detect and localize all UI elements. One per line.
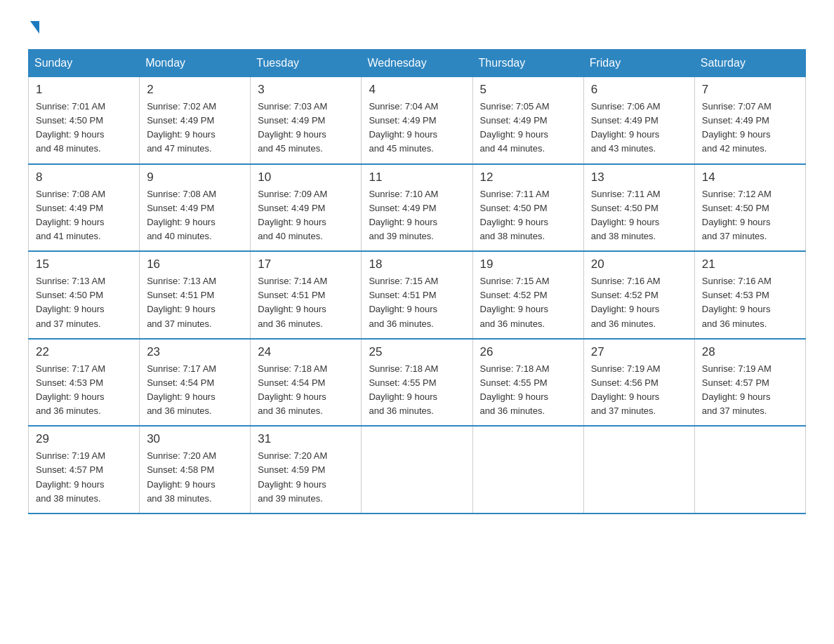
day-info: Sunrise: 7:17 AM Sunset: 4:53 PM Dayligh… — [36, 362, 132, 419]
calendar-header-row: SundayMondayTuesdayWednesdayThursdayFrid… — [29, 50, 806, 77]
calendar-cell: 7 Sunrise: 7:07 AM Sunset: 4:49 PM Dayli… — [694, 77, 805, 164]
day-number: 11 — [369, 170, 465, 185]
calendar-cell: 17 Sunrise: 7:14 AM Sunset: 4:51 PM Dayl… — [251, 251, 362, 339]
calendar-cell: 29 Sunrise: 7:19 AM Sunset: 4:57 PM Dayl… — [29, 426, 140, 514]
calendar-cell: 3 Sunrise: 7:03 AM Sunset: 4:49 PM Dayli… — [251, 77, 362, 164]
day-info: Sunrise: 7:13 AM Sunset: 4:51 PM Dayligh… — [147, 274, 243, 331]
day-number: 25 — [369, 345, 465, 359]
calendar-cell: 9 Sunrise: 7:08 AM Sunset: 4:49 PM Dayli… — [140, 164, 251, 252]
day-number: 19 — [480, 257, 576, 271]
calendar-cell — [694, 426, 805, 514]
day-number: 14 — [702, 170, 798, 185]
day-info: Sunrise: 7:01 AM Sunset: 4:50 PM Dayligh… — [36, 100, 132, 156]
page-header — [28, 21, 806, 35]
day-number: 23 — [147, 345, 243, 359]
calendar-cell: 8 Sunrise: 7:08 AM Sunset: 4:49 PM Dayli… — [29, 164, 140, 252]
day-info: Sunrise: 7:15 AM Sunset: 4:52 PM Dayligh… — [480, 274, 576, 331]
calendar-cell: 20 Sunrise: 7:16 AM Sunset: 4:52 PM Dayl… — [583, 251, 694, 339]
day-info: Sunrise: 7:03 AM Sunset: 4:49 PM Dayligh… — [258, 100, 354, 156]
calendar-cell: 21 Sunrise: 7:16 AM Sunset: 4:53 PM Dayl… — [694, 251, 805, 339]
calendar-cell: 27 Sunrise: 7:19 AM Sunset: 4:56 PM Dayl… — [583, 339, 694, 427]
logo — [28, 21, 39, 35]
day-number: 10 — [258, 170, 354, 185]
day-number: 8 — [36, 170, 132, 185]
day-info: Sunrise: 7:20 AM Sunset: 4:59 PM Dayligh… — [258, 449, 354, 506]
calendar-table: SundayMondayTuesdayWednesdayThursdayFrid… — [28, 49, 806, 514]
day-info: Sunrise: 7:18 AM Sunset: 4:55 PM Dayligh… — [369, 362, 465, 419]
day-info: Sunrise: 7:17 AM Sunset: 4:54 PM Dayligh… — [147, 362, 243, 419]
day-number: 20 — [591, 257, 687, 271]
calendar-cell — [583, 426, 694, 514]
day-number: 24 — [258, 345, 354, 359]
day-info: Sunrise: 7:16 AM Sunset: 4:52 PM Dayligh… — [591, 274, 687, 331]
calendar-cell: 10 Sunrise: 7:09 AM Sunset: 4:49 PM Dayl… — [251, 164, 362, 252]
day-info: Sunrise: 7:04 AM Sunset: 4:49 PM Dayligh… — [369, 100, 465, 156]
day-info: Sunrise: 7:06 AM Sunset: 4:49 PM Dayligh… — [591, 100, 687, 156]
day-info: Sunrise: 7:08 AM Sunset: 4:49 PM Dayligh… — [36, 187, 132, 244]
day-info: Sunrise: 7:11 AM Sunset: 4:50 PM Dayligh… — [591, 187, 687, 244]
day-number: 5 — [480, 83, 576, 97]
calendar-cell — [362, 426, 472, 514]
day-number: 1 — [36, 83, 132, 97]
day-number: 26 — [480, 345, 576, 359]
day-info: Sunrise: 7:19 AM Sunset: 4:57 PM Dayligh… — [702, 362, 798, 419]
day-info: Sunrise: 7:12 AM Sunset: 4:50 PM Dayligh… — [702, 187, 798, 244]
day-number: 13 — [591, 170, 687, 185]
calendar-cell: 23 Sunrise: 7:17 AM Sunset: 4:54 PM Dayl… — [140, 339, 251, 427]
day-info: Sunrise: 7:19 AM Sunset: 4:56 PM Dayligh… — [591, 362, 687, 419]
column-header-friday: Friday — [583, 50, 694, 77]
day-info: Sunrise: 7:18 AM Sunset: 4:55 PM Dayligh… — [480, 362, 576, 419]
calendar-cell: 22 Sunrise: 7:17 AM Sunset: 4:53 PM Dayl… — [29, 339, 140, 427]
calendar-cell: 28 Sunrise: 7:19 AM Sunset: 4:57 PM Dayl… — [694, 339, 805, 427]
day-number: 12 — [480, 170, 576, 185]
day-info: Sunrise: 7:16 AM Sunset: 4:53 PM Dayligh… — [702, 274, 798, 331]
logo-triangle-icon — [30, 21, 39, 34]
day-number: 16 — [147, 257, 243, 271]
calendar-cell: 6 Sunrise: 7:06 AM Sunset: 4:49 PM Dayli… — [583, 77, 694, 164]
day-number: 21 — [702, 257, 798, 271]
day-info: Sunrise: 7:13 AM Sunset: 4:50 PM Dayligh… — [36, 274, 132, 331]
day-number: 6 — [591, 83, 687, 97]
calendar-week-row: 8 Sunrise: 7:08 AM Sunset: 4:49 PM Dayli… — [29, 164, 806, 252]
column-header-monday: Monday — [140, 50, 251, 77]
day-info: Sunrise: 7:20 AM Sunset: 4:58 PM Dayligh… — [147, 449, 243, 506]
calendar-cell: 2 Sunrise: 7:02 AM Sunset: 4:49 PM Dayli… — [140, 77, 251, 164]
calendar-cell: 30 Sunrise: 7:20 AM Sunset: 4:58 PM Dayl… — [140, 426, 251, 514]
day-info: Sunrise: 7:11 AM Sunset: 4:50 PM Dayligh… — [480, 187, 576, 244]
calendar-cell: 15 Sunrise: 7:13 AM Sunset: 4:50 PM Dayl… — [29, 251, 140, 339]
day-info: Sunrise: 7:19 AM Sunset: 4:57 PM Dayligh… — [36, 449, 132, 506]
day-number: 7 — [702, 83, 798, 97]
calendar-week-row: 15 Sunrise: 7:13 AM Sunset: 4:50 PM Dayl… — [29, 251, 806, 339]
day-info: Sunrise: 7:02 AM Sunset: 4:49 PM Dayligh… — [147, 100, 243, 156]
calendar-week-row: 1 Sunrise: 7:01 AM Sunset: 4:50 PM Dayli… — [29, 77, 806, 164]
calendar-cell: 16 Sunrise: 7:13 AM Sunset: 4:51 PM Dayl… — [140, 251, 251, 339]
calendar-cell — [472, 426, 583, 514]
calendar-week-row: 29 Sunrise: 7:19 AM Sunset: 4:57 PM Dayl… — [29, 426, 806, 514]
calendar-cell: 13 Sunrise: 7:11 AM Sunset: 4:50 PM Dayl… — [583, 164, 694, 252]
calendar-cell: 12 Sunrise: 7:11 AM Sunset: 4:50 PM Dayl… — [472, 164, 583, 252]
day-number: 3 — [258, 83, 354, 97]
day-number: 29 — [36, 432, 132, 446]
day-number: 17 — [258, 257, 354, 271]
day-number: 31 — [258, 432, 354, 446]
calendar-cell: 14 Sunrise: 7:12 AM Sunset: 4:50 PM Dayl… — [694, 164, 805, 252]
day-info: Sunrise: 7:09 AM Sunset: 4:49 PM Dayligh… — [258, 187, 354, 244]
column-header-wednesday: Wednesday — [362, 50, 472, 77]
calendar-cell: 11 Sunrise: 7:10 AM Sunset: 4:49 PM Dayl… — [362, 164, 472, 252]
column-header-saturday: Saturday — [694, 50, 805, 77]
day-number: 2 — [147, 83, 243, 97]
calendar-cell: 18 Sunrise: 7:15 AM Sunset: 4:51 PM Dayl… — [362, 251, 472, 339]
day-number: 30 — [147, 432, 243, 446]
day-number: 22 — [36, 345, 132, 359]
column-header-sunday: Sunday — [29, 50, 140, 77]
calendar-cell: 31 Sunrise: 7:20 AM Sunset: 4:59 PM Dayl… — [251, 426, 362, 514]
day-info: Sunrise: 7:15 AM Sunset: 4:51 PM Dayligh… — [369, 274, 465, 331]
day-number: 27 — [591, 345, 687, 359]
calendar-cell: 19 Sunrise: 7:15 AM Sunset: 4:52 PM Dayl… — [472, 251, 583, 339]
calendar-cell: 5 Sunrise: 7:05 AM Sunset: 4:49 PM Dayli… — [472, 77, 583, 164]
calendar-cell: 26 Sunrise: 7:18 AM Sunset: 4:55 PM Dayl… — [472, 339, 583, 427]
day-info: Sunrise: 7:14 AM Sunset: 4:51 PM Dayligh… — [258, 274, 354, 331]
day-number: 28 — [702, 345, 798, 359]
calendar-cell: 4 Sunrise: 7:04 AM Sunset: 4:49 PM Dayli… — [362, 77, 472, 164]
day-info: Sunrise: 7:10 AM Sunset: 4:49 PM Dayligh… — [369, 187, 465, 244]
